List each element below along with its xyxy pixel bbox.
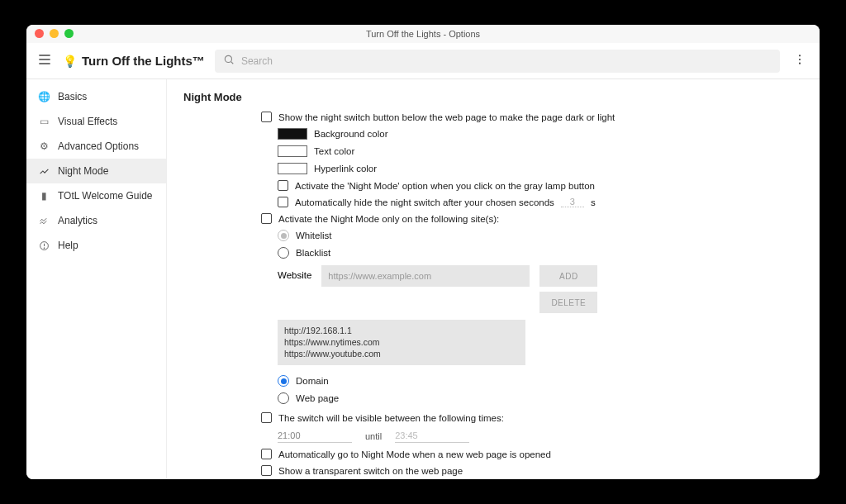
site-list-box[interactable]: http://192.168.1.1 https://www.nytimes.c… <box>278 320 525 365</box>
sidebar-item-label: Analytics <box>58 215 97 226</box>
svg-point-6 <box>799 59 801 60</box>
night-icon <box>38 165 50 177</box>
video-icon: ▭ <box>38 116 50 127</box>
checkbox-autohide[interactable] <box>278 197 288 207</box>
radio-web-page[interactable] <box>278 392 289 404</box>
window-titlebar: Turn Off the Lights - Options <box>26 25 820 43</box>
sidebar-item-label: Night Mode <box>58 165 108 177</box>
page-title: Night Mode <box>183 91 803 103</box>
label-web-page: Web page <box>296 393 339 403</box>
label-auto-night: Automatically go to Night Mode when a ne… <box>278 449 551 459</box>
window-zoom-button[interactable] <box>64 29 74 38</box>
label-background-color: Background color <box>314 129 388 139</box>
label-activate-on-lamp: Activate the 'Night Mode' option when yo… <box>295 181 595 191</box>
label-whitelist: Whitelist <box>296 231 331 240</box>
bulb-icon: 💡 <box>63 55 77 68</box>
svg-point-5 <box>799 55 801 56</box>
svg-point-7 <box>799 63 801 64</box>
sidebar-item-label: Help <box>58 240 78 251</box>
label-show-switch: Show the night switch button below the w… <box>278 112 615 122</box>
window-minimize-button[interactable] <box>50 29 59 38</box>
sidebar-item-label: Basics <box>58 91 87 102</box>
checkbox-sites-only[interactable] <box>261 213 272 224</box>
menu-icon[interactable] <box>36 51 53 70</box>
globe-icon: 🌐 <box>38 91 50 102</box>
checkbox-show-switch[interactable] <box>261 112 272 122</box>
sidebar-item-advanced-options[interactable]: ⚙ Advanced Options <box>26 134 166 159</box>
radio-whitelist[interactable] <box>278 230 289 241</box>
delete-button[interactable]: DELETE <box>539 292 597 313</box>
svg-line-4 <box>231 62 234 64</box>
content-area: Night Mode Show the night switch button … <box>167 79 820 479</box>
input-time-to[interactable] <box>395 429 469 443</box>
sidebar: 🌐 Basics ▭ Visual Effects ⚙ Advanced Opt… <box>26 79 167 479</box>
label-text-color: Text color <box>314 146 354 156</box>
site-list-item[interactable]: https://www.youtube.com <box>284 348 519 359</box>
sidebar-item-welcome-guide[interactable]: ▮ TOtL Welcome Guide <box>26 183 166 208</box>
bookmark-icon: ▮ <box>38 190 50 202</box>
label-until: until <box>365 431 382 441</box>
input-autohide-seconds[interactable] <box>561 197 584 207</box>
window-title: Turn Off the Lights - Options <box>366 29 480 39</box>
add-button[interactable]: ADD <box>539 265 597 287</box>
window-close-button[interactable] <box>35 29 44 38</box>
sidebar-item-label: TOtL Welcome Guide <box>58 190 153 202</box>
sidebar-item-label: Visual Effects <box>58 116 117 127</box>
sidebar-item-basics[interactable]: 🌐 Basics <box>26 84 166 109</box>
site-list-item[interactable]: https://www.nytimes.com <box>284 336 519 348</box>
help-icon <box>38 240 50 251</box>
label-domain: Domain <box>296 376 329 386</box>
sidebar-item-visual-effects[interactable]: ▭ Visual Effects <box>26 109 166 134</box>
swatch-background-color[interactable] <box>278 128 307 140</box>
label-sites-only: Activate the Night Mode only on the foll… <box>278 214 499 224</box>
sidebar-item-night-mode[interactable]: Night Mode <box>26 159 166 183</box>
brand: 💡 Turn Off the Lights™ <box>63 54 205 68</box>
label-autohide-suffix: s <box>591 197 596 207</box>
analytics-icon <box>38 215 50 226</box>
sidebar-item-label: Advanced Options <box>58 140 139 152</box>
checkbox-activate-on-lamp[interactable] <box>278 180 288 191</box>
site-list-item[interactable]: http://192.168.1.1 <box>284 325 519 336</box>
checkbox-auto-night[interactable] <box>261 449 272 459</box>
top-bar: 💡 Turn Off the Lights™ <box>26 43 820 79</box>
swatch-text-color[interactable] <box>278 145 307 157</box>
checkbox-time-visible[interactable] <box>261 412 272 423</box>
radio-blacklist[interactable] <box>278 247 289 259</box>
label-hyperlink-color: Hyperlink color <box>314 164 377 174</box>
label-time-visible: The switch will be visible between the f… <box>278 413 504 423</box>
sidebar-item-help[interactable]: Help <box>26 233 166 258</box>
search-icon <box>223 54 235 68</box>
label-autohide: Automatically hide the night switch afte… <box>295 197 554 207</box>
swatch-hyperlink-color[interactable] <box>278 163 307 174</box>
search-field[interactable] <box>215 50 780 73</box>
label-blacklist: Blacklist <box>296 248 330 258</box>
input-website-url[interactable] <box>321 265 530 287</box>
svg-point-3 <box>225 55 231 62</box>
search-input[interactable] <box>241 55 772 67</box>
svg-point-10 <box>44 247 45 248</box>
input-time-from[interactable] <box>278 429 352 443</box>
brand-title: Turn Off the Lights™ <box>82 54 205 68</box>
sidebar-item-analytics[interactable]: Analytics <box>26 208 166 233</box>
label-transparent-switch: Show a transparent switch on the web pag… <box>278 466 463 476</box>
more-icon[interactable] <box>790 50 810 72</box>
radio-domain[interactable] <box>278 375 289 387</box>
checkbox-transparent-switch[interactable] <box>261 465 272 476</box>
label-website: Website <box>278 265 311 280</box>
gear-icon: ⚙ <box>38 140 50 152</box>
